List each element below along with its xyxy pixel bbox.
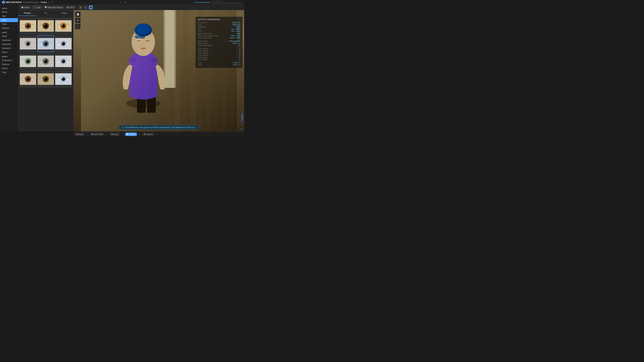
sidebar-item-bottoms[interactable]: Bottoms [0,62,18,66]
fashion-dot [127,134,128,135]
sidebar-item-tops[interactable]: Tops [0,70,18,74]
hotkey-redo: Redo CTRL + Y [198,64,240,66]
warning-icon: ⚠ [122,126,124,129]
svg-point-40 [44,60,45,61]
app-name: METAHUMAN [6,1,22,3]
anim-surprise[interactable]: Surprise [142,133,154,136]
warning-text: This MetaHuman uses grooms currently in … [125,126,196,128]
left-sidebar: FACE Blend Skin Eyes Teeth Makeup HAIR H… [0,5,18,131]
preset-6[interactable] [55,35,72,52]
sidebar-item-teeth[interactable]: Teeth [0,22,18,26]
hotkey-move-sculpt-fwd: Move Sculpt Point Forward CTRL + LMB [198,35,240,37]
sidebar-item-eyebrows[interactable]: Eyebrows [0,38,18,42]
preset-5[interactable] [37,35,54,52]
sidebar-item-eyelashes[interactable]: Eyelashes [0,42,18,46]
fit-btn[interactable]: ⊞ [239,127,242,130]
hotkey-title: HOTKEY REFERENCE [198,18,240,20]
hotkey-reference: HOTKEY REFERENCE Focus Point RMB Click O… [196,17,242,68]
svg-point-50 [26,78,28,79]
legs-icon: ⬛ [34,6,36,8]
anger2-label: Anger [113,133,118,135]
info-icon[interactable]: ⓘ [51,1,53,4]
bottom-animation-bar: Anger ⋮ Face ROM ⋮ Anger ⋮ Fashion ⋮ Sur… [74,131,244,137]
app-logo: METAHUMAN [2,1,22,4]
anger1-menu[interactable]: ⋮ [86,133,89,136]
fashion-label: Fashion [129,133,135,135]
feedback-button[interactable]: Feedback [240,111,244,123]
svg-point-84 [136,37,142,42]
indoor-icon: 🏠 [21,6,24,8]
preset-11[interactable] [37,70,54,88]
transform-tool-btn[interactable]: ⚙ [75,18,80,23]
saved-text: All changes saved [195,1,210,3]
hotkey-face-cam: Face Camera 1 [198,48,240,50]
warning-banner: ⚠ This MetaHuman uses grooms currently i… [118,125,199,130]
anim-anger-1[interactable]: Anger [75,133,85,136]
anim-fashion[interactable]: Fashion [125,133,137,136]
hotkey-zoom: Zoom ALT + RMB [198,30,240,32]
body-section-label: BODY [0,54,18,58]
sidebar-item-proportions[interactable]: Proportions [0,58,18,62]
lod-icon: ◑ [66,6,68,8]
hotkey-pan-orbit: Pan/Orbit MMB [198,26,240,28]
tab-presets[interactable]: Presets [18,10,36,16]
sidebar-item-beard[interactable]: Beard [0,50,18,54]
anger2-dot [111,134,113,135]
hotkey-rotate-lights: Rotate Lights L + Mouse Move [198,40,240,42]
anger1-label: Anger [78,133,83,135]
version-info: 1.3.0-23248744 48c5553d-5bfd-292e-66f4-7… [211,0,242,4]
preset-2[interactable] [37,17,54,34]
hotkey-clay-render: Toggle Clay Render C [198,44,240,46]
svg-point-60 [62,78,63,79]
preset-1[interactable] [20,17,36,34]
preset-12[interactable] [55,70,72,88]
topbar-center: ↩ ↪ [119,1,127,4]
environment-btn[interactable]: 🏠 Indoor [20,5,31,9]
add-tool-btn[interactable]: + [75,24,80,29]
svg-point-20 [26,42,28,43]
sidebar-item-skin[interactable]: Skin [0,14,18,18]
sidebar-item-eyes[interactable]: Eyes [0,18,18,22]
anim-anger-2[interactable]: Anger [110,133,120,136]
sidebar-item-mustache[interactable]: Mustache [0,46,18,50]
preset-3[interactable] [55,17,72,34]
preset-8[interactable] [37,53,54,70]
skull-tool-btn[interactable]: 💀 [75,12,80,17]
lod-btn[interactable]: ◑ LOD 0 [65,5,76,9]
edit-icon[interactable]: ✏ [48,1,50,3]
undo-button[interactable]: ↩ [119,1,123,4]
tab-sclera[interactable]: Sclera [55,10,73,16]
face-rom-menu[interactable]: ⋮ [105,133,109,136]
preset-9[interactable] [55,53,72,70]
svg-point-80 [136,24,150,35]
sidebar-item-blend[interactable]: Blend [0,10,18,14]
topbar-right: ✓ All changes saved 1.3.0-23248744 48c55… [193,0,242,4]
logo-icon [2,1,5,4]
surprise-menu[interactable]: ⋮ [155,133,159,136]
preset-10[interactable] [20,70,36,88]
main-viewport[interactable]: 💀 ⚙ + HOTKEY REFERENCE Focus Point RMB C… [74,10,244,131]
eyes-panel: EYES × Presets Iris Sclera [18,5,74,131]
eraser-tool-btn[interactable]: ◻ [84,5,88,9]
anger2-menu[interactable]: ⋮ [121,133,124,136]
view-btn[interactable]: ⬛ [89,5,93,9]
fullscreen-btn[interactable]: ⤡ [235,127,238,130]
surprise-label: Surprise [146,133,153,135]
hotkey-orbit: Orbit RMB Hold [198,24,240,26]
preset-7[interactable] [20,53,36,70]
brush-tool-btn[interactable]: 🖌 [79,5,83,9]
viewport-toolbar: 🏠 Indoor ⬛ Legs 💎 High (Ray Traced) ◑ LO… [18,5,244,10]
preset-4[interactable] [20,35,36,52]
sidebar-item-head[interactable]: Head [0,34,18,38]
sidebar-item-makeup[interactable]: Makeup [0,26,18,30]
anim-face-rom[interactable]: Face ROM [90,133,104,136]
svg-rect-65 [190,10,196,131]
camera-btn[interactable]: ⬛ Legs [32,5,42,9]
fashion-menu[interactable]: ⋮ [138,133,142,136]
sidebar-item-shoes[interactable]: Shoes [0,66,18,70]
svg-point-10 [44,24,45,25]
tab-iris[interactable]: Iris [36,10,55,16]
redo-button[interactable]: ↪ [124,1,127,4]
svg-point-30 [62,42,63,43]
render-btn[interactable]: 💎 High (Ray Traced) [43,5,64,9]
